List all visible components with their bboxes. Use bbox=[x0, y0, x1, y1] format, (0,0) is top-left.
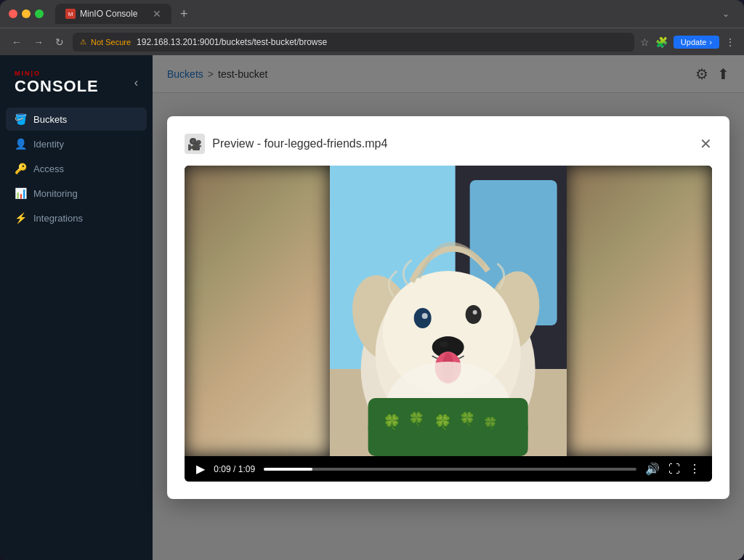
access-icon: 🔑 bbox=[15, 163, 26, 174]
window-control-chevron[interactable]: ⌄ bbox=[722, 9, 735, 19]
reload-button[interactable]: ↻ bbox=[52, 35, 67, 49]
modal-close-button[interactable]: ✕ bbox=[700, 137, 712, 151]
video-player[interactable]: 🍀 🍀 🍀 🍀 🍀 bbox=[185, 166, 711, 482]
update-chevron: › bbox=[709, 38, 712, 46]
back-button[interactable]: ← bbox=[9, 35, 25, 49]
svg-point-19 bbox=[422, 313, 428, 319]
svg-text:🍀: 🍀 bbox=[408, 411, 425, 427]
address-bar[interactable]: ⚠ Not Secure 192.168.13.201:9001/buckets… bbox=[73, 33, 634, 52]
monitoring-icon: 📊 bbox=[15, 187, 26, 199]
video-file-icon: 🎥 bbox=[185, 134, 205, 154]
url-text: 192.168.13.201:9001/buckets/test-bucket/… bbox=[137, 37, 327, 47]
modal-header: 🎥 Preview - four-legged-friends.mp4 ✕ bbox=[185, 134, 711, 154]
progress-bar[interactable] bbox=[264, 468, 636, 471]
preview-modal: 🎥 Preview - four-legged-friends.mp4 ✕ bbox=[167, 116, 729, 499]
security-icon: ⚠ bbox=[80, 38, 86, 46]
svg-text:🍀: 🍀 bbox=[483, 416, 498, 430]
fullscreen-button[interactable]: ⛶ bbox=[668, 463, 680, 476]
sidebar-item-monitoring[interactable]: 📊 Monitoring bbox=[6, 182, 147, 205]
sidebar-label-identity: Identity bbox=[33, 139, 64, 150]
active-tab[interactable]: M MinIO Console ✕ bbox=[55, 4, 171, 24]
svg-point-18 bbox=[466, 305, 482, 324]
close-window-button[interactable] bbox=[9, 9, 17, 18]
logo-text: MIN|O CONSOLE bbox=[15, 70, 99, 96]
traffic-lights bbox=[9, 9, 44, 18]
minimize-window-button[interactable] bbox=[22, 9, 31, 18]
new-tab-button[interactable]: + bbox=[174, 7, 194, 22]
browser-toolbar: ← → ↻ ⚠ Not Secure 192.168.13.201:9001/b… bbox=[0, 28, 744, 55]
svg-text:🍀: 🍀 bbox=[383, 413, 401, 431]
play-button[interactable]: ▶ bbox=[196, 462, 205, 476]
not-secure-label: Not Secure bbox=[91, 38, 131, 46]
tab-favicon: M bbox=[65, 9, 76, 19]
sidebar-item-access[interactable]: 🔑 Access bbox=[6, 157, 147, 180]
tab-title: MinIO Console bbox=[80, 9, 137, 19]
update-label: Update bbox=[681, 38, 706, 46]
app-content: MIN|O CONSOLE ‹ 🪣 Buckets 👤 Identity 🔑 A… bbox=[0, 55, 744, 560]
sidebar-logo: MIN|O CONSOLE ‹ bbox=[0, 61, 153, 107]
sidebar-item-buckets[interactable]: 🪣 Buckets bbox=[6, 107, 147, 131]
tab-close-button[interactable]: ✕ bbox=[153, 8, 161, 20]
extensions-button[interactable]: 🧩 bbox=[655, 36, 668, 48]
center-frame: 🍀 🍀 🍀 🍀 🍀 bbox=[330, 166, 566, 456]
video-display: 🍀 🍀 🍀 🍀 🍀 bbox=[185, 166, 711, 456]
tab-bar: M MinIO Console ✕ + bbox=[55, 4, 716, 24]
svg-point-17 bbox=[414, 308, 432, 328]
more-options-button[interactable]: ⋮ bbox=[689, 462, 700, 476]
sidebar-label-access: Access bbox=[33, 163, 64, 174]
video-time: 0:09 / 1:09 bbox=[214, 464, 255, 474]
browser-titlebar: M MinIO Console ✕ + ⌄ bbox=[0, 0, 744, 28]
blur-left bbox=[185, 166, 330, 456]
volume-button[interactable]: 🔊 bbox=[645, 462, 660, 476]
logo-mini: MIN|O bbox=[15, 70, 99, 77]
modal-title: 🎥 Preview - four-legged-friends.mp4 bbox=[185, 134, 387, 154]
video-controls: ▶ 0:09 / 1:09 🔊 ⛶ ⋮ bbox=[185, 456, 711, 482]
svg-point-20 bbox=[473, 310, 477, 315]
video-frame: 🍀 🍀 🍀 🍀 🍀 bbox=[185, 166, 711, 456]
sidebar-label-integrations: Integrations bbox=[33, 213, 83, 224]
video-right-controls: 🔊 ⛶ ⋮ bbox=[645, 462, 700, 476]
svg-text:🍀: 🍀 bbox=[459, 411, 476, 427]
progress-fill bbox=[264, 468, 312, 471]
sidebar-label-monitoring: Monitoring bbox=[33, 188, 78, 199]
bookmark-button[interactable]: ☆ bbox=[640, 36, 650, 48]
sidebar-nav: 🪣 Buckets 👤 Identity 🔑 Access 📊 Monitori… bbox=[0, 107, 153, 230]
identity-icon: 👤 bbox=[15, 138, 26, 150]
sidebar: MIN|O CONSOLE ‹ 🪣 Buckets 👤 Identity 🔑 A… bbox=[0, 55, 153, 560]
integrations-icon: ⚡ bbox=[15, 212, 26, 224]
forward-button[interactable]: → bbox=[31, 35, 46, 49]
menu-button[interactable]: ⋮ bbox=[725, 36, 735, 48]
sidebar-item-identity[interactable]: 👤 Identity bbox=[6, 132, 147, 155]
logo-console: CONSOLE bbox=[15, 77, 99, 96]
modal-overlay[interactable]: 🎥 Preview - four-legged-friends.mp4 ✕ bbox=[153, 55, 744, 560]
sidebar-toggle-button[interactable]: ‹ bbox=[134, 76, 138, 89]
toolbar-actions: ☆ 🧩 Update › ⋮ bbox=[640, 36, 735, 49]
bucket-icon: 🪣 bbox=[15, 113, 26, 125]
main-area: Buckets > test-bucket ⚙ ⬆ 🎥 Preview - bbox=[153, 55, 744, 560]
svg-text:🍀: 🍀 bbox=[434, 413, 452, 431]
sidebar-label-buckets: Buckets bbox=[33, 114, 67, 125]
browser-window: M MinIO Console ✕ + ⌄ ← → ↻ ⚠ Not Secure… bbox=[0, 0, 744, 560]
modal-title-text: Preview - four-legged-friends.mp4 bbox=[212, 137, 387, 150]
maximize-window-button[interactable] bbox=[35, 9, 44, 18]
update-button[interactable]: Update › bbox=[674, 36, 719, 49]
blur-right bbox=[567, 166, 712, 456]
svg-point-22 bbox=[440, 341, 448, 347]
sidebar-item-integrations[interactable]: ⚡ Integrations bbox=[6, 206, 147, 230]
